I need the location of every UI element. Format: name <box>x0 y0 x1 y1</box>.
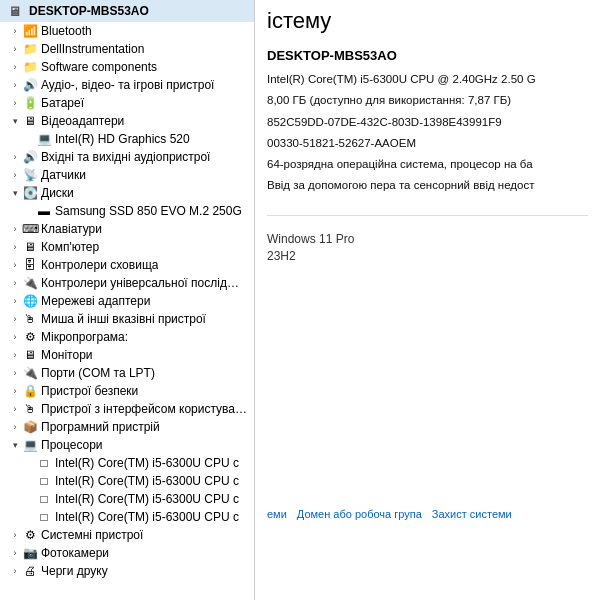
os-name: Windows 11 Pro <box>267 232 588 246</box>
tree-item-processors[interactable]: 💻Процесори <box>0 436 254 454</box>
icon-monitors: 🖥 <box>22 347 38 363</box>
arrow-software <box>8 62 22 72</box>
label-software2: Програмний пристрій <box>41 420 160 434</box>
arrow-net <box>8 296 22 306</box>
icon-ssd: ▬ <box>36 203 52 219</box>
product-id-info: 00330-51821-52627-AAOEM <box>267 135 588 152</box>
icon-hd520: 💻 <box>36 131 52 147</box>
icon-software: 📁 <box>22 59 38 75</box>
label-monitors: Монітори <box>41 348 93 362</box>
tree-item-software2[interactable]: 📦Програмний пристрій <box>0 418 254 436</box>
tree-item-bluetooth[interactable]: 📶Bluetooth <box>0 22 254 40</box>
tree-item-video[interactable]: 🖥Відеоадаптери <box>0 112 254 130</box>
computer-name: DESKTOP-MBS53AO <box>267 48 588 63</box>
domain-link[interactable]: Домен або робоча група <box>297 508 422 520</box>
tree-item-security[interactable]: 🔒Пристрої безпеки <box>0 382 254 400</box>
computer-info-block: DESKTOP-MBS53AO Intel(R) Core(TM) i5-630… <box>255 40 600 207</box>
tree-item-software[interactable]: 📁Software components <box>0 58 254 76</box>
label-interface: Пристрої з інтерфейсом користува… <box>41 402 247 416</box>
tree-item-battery[interactable]: 🔋Батареї <box>0 94 254 112</box>
tree-item-camera[interactable]: 📷Фотокамери <box>0 544 254 562</box>
page-title: істему <box>255 0 600 40</box>
tree-item-sys[interactable]: ⚙Системні пристрої <box>0 526 254 544</box>
icon-ports: 🔌 <box>22 365 38 381</box>
label-processors: Процесори <box>41 438 103 452</box>
tree-item-hd520[interactable]: 💻Intel(R) HD Graphics 520 <box>0 130 254 148</box>
label-net: Мережеві адаптери <box>41 294 150 308</box>
label-sys: Системні пристрої <box>41 528 143 542</box>
os-build: 23H2 <box>267 249 588 263</box>
device-tree-panel[interactable]: 🖥 DESKTOP-MBS53AO 📶Bluetooth📁DellInstrum… <box>0 0 255 600</box>
arrow-battery <box>8 98 22 108</box>
icon-net: 🌐 <box>22 293 38 309</box>
label-audio-io: Вхідні та вихідні аудіопристрої <box>41 150 210 164</box>
icon-sensors: 📡 <box>22 167 38 183</box>
system-info-panel: істему DESKTOP-MBS53AO Intel(R) Core(TM)… <box>255 0 600 600</box>
label-audio-dev: Аудіо-, відео- та ігрові пристрої <box>41 78 214 92</box>
tree-item-cpu2[interactable]: □Intel(R) Core(TM) i5-6300U CPU с <box>0 472 254 490</box>
tree-item-ports[interactable]: 🔌Порти (COM та LPT) <box>0 364 254 382</box>
label-camera: Фотокамери <box>41 546 109 560</box>
label-cpu3: Intel(R) Core(TM) i5-6300U CPU с <box>55 492 239 506</box>
tree-item-interface[interactable]: 🖱Пристрої з інтерфейсом користува… <box>0 400 254 418</box>
tree-item-print[interactable]: 🖨Черги друку <box>0 562 254 580</box>
tree-item-computer[interactable]: 🖥Комп'ютер <box>0 238 254 256</box>
protection-link[interactable]: Захист системи <box>432 508 512 520</box>
tree-item-audio-io[interactable]: 🔊Вхідні та вихідні аудіопристрої <box>0 148 254 166</box>
arrow-monitors <box>8 350 22 360</box>
computer-root-icon: 🖥 <box>6 3 22 19</box>
icon-audio-dev: 🔊 <box>22 77 38 93</box>
label-cpu1: Intel(R) Core(TM) i5-6300U CPU с <box>55 456 239 470</box>
os-type-info: 64-розрядна операційна система, процесор… <box>267 156 588 173</box>
tree-item-serial-ctrl[interactable]: 🔌Контролери універсальної послід… <box>0 274 254 292</box>
tree-item-cpu1[interactable]: □Intel(R) Core(TM) i5-6300U CPU с <box>0 454 254 472</box>
tree-item-dell[interactable]: 📁DellInstrumentation <box>0 40 254 58</box>
arrow-video <box>8 116 22 126</box>
tree-item-firmware[interactable]: ⚙Мікропрограма: <box>0 328 254 346</box>
label-computer: Комп'ютер <box>41 240 99 254</box>
label-ssd: Samsung SSD 850 EVO M.2 250G <box>55 204 242 218</box>
label-sensors: Датчики <box>41 168 86 182</box>
icon-cpu4: □ <box>36 509 52 525</box>
icon-mouse: 🖱 <box>22 311 38 327</box>
icon-cpu2: □ <box>36 473 52 489</box>
arrow-bluetooth <box>8 26 22 36</box>
icon-serial-ctrl: 🔌 <box>22 275 38 291</box>
tree-item-cpu4[interactable]: □Intel(R) Core(TM) i5-6300U CPU с <box>0 508 254 526</box>
settings-link[interactable]: еми <box>267 508 287 520</box>
tree-item-sensors[interactable]: 📡Датчики <box>0 166 254 184</box>
tree-item-disks[interactable]: 💽Диски <box>0 184 254 202</box>
label-print: Черги друку <box>41 564 108 578</box>
arrow-keyboard <box>8 224 22 234</box>
uuid-info: 852C59DD-07DE-432C-803D-1398E43991F9 <box>267 114 588 131</box>
icon-storage-ctrl: 🗄 <box>22 257 38 273</box>
tree-item-net[interactable]: 🌐Мережеві адаптери <box>0 292 254 310</box>
tree-root-header[interactable]: 🖥 DESKTOP-MBS53AO <box>0 0 254 22</box>
tree-item-audio-dev[interactable]: 🔊Аудіо-, відео- та ігрові пристрої <box>0 76 254 94</box>
label-dell: DellInstrumentation <box>41 42 144 56</box>
label-ports: Порти (COM та LPT) <box>41 366 155 380</box>
tree-item-monitors[interactable]: 🖥Монітори <box>0 346 254 364</box>
tree-root-label: DESKTOP-MBS53AO <box>29 4 149 18</box>
ram-info: 8,00 ГБ (доступно для використання: 7,87… <box>267 92 588 109</box>
arrow-audio-dev <box>8 80 22 90</box>
arrow-computer <box>8 242 22 252</box>
arrow-ports <box>8 368 22 378</box>
label-hd520: Intel(R) HD Graphics 520 <box>55 132 190 146</box>
icon-firmware: ⚙ <box>22 329 38 345</box>
label-serial-ctrl: Контролери універсальної послід… <box>41 276 239 290</box>
label-battery: Батареї <box>41 96 84 110</box>
arrow-sys <box>8 530 22 540</box>
tree-item-storage-ctrl[interactable]: 🗄Контролери сховища <box>0 256 254 274</box>
arrow-print <box>8 566 22 576</box>
tree-item-mouse[interactable]: 🖱Миша й інші вказівні пристрої <box>0 310 254 328</box>
arrow-processors <box>8 440 22 450</box>
icon-battery: 🔋 <box>22 95 38 111</box>
tree-item-cpu3[interactable]: □Intel(R) Core(TM) i5-6300U CPU с <box>0 490 254 508</box>
arrow-security <box>8 386 22 396</box>
tree-item-keyboard[interactable]: ⌨Клавіатури <box>0 220 254 238</box>
icon-computer: 🖥 <box>22 239 38 255</box>
icon-software2: 📦 <box>22 419 38 435</box>
arrow-disks <box>8 188 22 198</box>
tree-item-ssd[interactable]: ▬Samsung SSD 850 EVO M.2 250G <box>0 202 254 220</box>
